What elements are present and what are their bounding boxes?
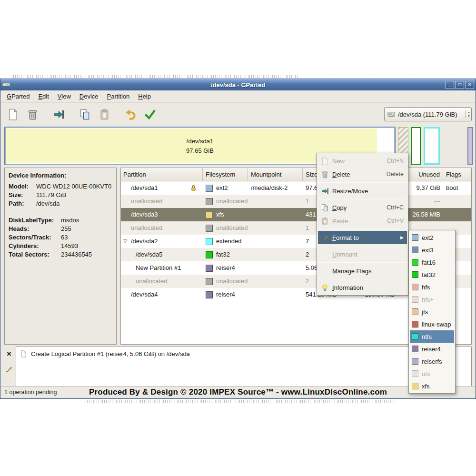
expander-icon[interactable]: ▽ bbox=[123, 235, 131, 248]
fs-swatch bbox=[206, 198, 213, 205]
visual-partition-sda5[interactable] bbox=[411, 127, 421, 165]
device-selector-spinner[interactable]: ▲ ▼ bbox=[465, 110, 470, 119]
menu-item-new[interactable]: New Ctrl+N bbox=[318, 154, 407, 168]
menu-item-delete[interactable]: Delete Delete bbox=[318, 168, 407, 181]
header-mountpoint[interactable]: Mountpoint bbox=[248, 168, 303, 181]
menu-edit[interactable]: Edit bbox=[34, 90, 53, 102]
device-cylinders: 14593 bbox=[61, 242, 78, 249]
format-option-reiserfs[interactable]: reiserfs bbox=[410, 355, 454, 367]
visual-partition-sda4[interactable] bbox=[467, 127, 473, 165]
operation-document-icon bbox=[20, 350, 27, 357]
device-selector-value: /dev/sda (111.79 GiB) bbox=[398, 111, 464, 118]
menu-device[interactable]: Device bbox=[75, 90, 103, 102]
device-model: WDC WD12 00UE-00KVT0 bbox=[36, 183, 111, 190]
menu-item-copy[interactable]: Copy Ctrl+C bbox=[318, 201, 407, 214]
table-row-sda1[interactable]: /dev/sda1 ext2 /media/disk-2 97.65 GiB 9… bbox=[121, 181, 471, 195]
disk-icon bbox=[387, 110, 396, 119]
menu-item-resize-move[interactable]: Resize/Move bbox=[318, 184, 407, 198]
fs-swatch bbox=[412, 333, 418, 340]
format-option-fat32[interactable]: fat32 bbox=[410, 268, 454, 281]
menu-gparted[interactable]: GParted bbox=[2, 90, 34, 102]
header-filesystem[interactable]: Filesystem bbox=[203, 168, 248, 181]
spin-down-icon: ▼ bbox=[467, 114, 470, 118]
menu-separator bbox=[318, 262, 407, 263]
undo-button[interactable] bbox=[122, 106, 139, 123]
titlebar[interactable]: /dev/sda - GParted _ □ ✕ bbox=[0, 79, 476, 90]
format-to-submenu: ext2 ext3 fat16 fat32 hfs hfs+ jfs linux… bbox=[408, 230, 456, 394]
device-path: /dev/sda bbox=[36, 200, 60, 207]
spin-up-icon: ▲ bbox=[467, 110, 470, 114]
format-option-linux-swap[interactable]: linux-swap bbox=[410, 318, 454, 330]
visual-partition-extended[interactable] bbox=[424, 127, 440, 165]
lock-icon bbox=[190, 184, 197, 192]
device-selector[interactable]: /dev/sda (111.79 GiB) ▲ ▼ bbox=[384, 107, 472, 121]
new-partition-button[interactable] bbox=[4, 106, 21, 123]
menu-separator bbox=[318, 199, 407, 199]
menu-help[interactable]: Help bbox=[134, 90, 155, 102]
fs-swatch bbox=[206, 291, 213, 298]
menu-view[interactable]: View bbox=[53, 90, 75, 102]
menubar: GParted Edit View Device Partition Help bbox=[0, 90, 476, 103]
menu-separator bbox=[318, 182, 407, 183]
menu-separator bbox=[318, 229, 407, 229]
table-row-unallocated-1[interactable]: unallocated unallocated 1 --- bbox=[121, 195, 471, 208]
trash-icon bbox=[27, 109, 39, 120]
table-row-sda3-selected[interactable]: /dev/sda3 xfs 431 26.58 MiB bbox=[121, 208, 471, 221]
header-flags[interactable]: Flags bbox=[443, 168, 471, 181]
delete-partition-button[interactable] bbox=[24, 106, 41, 123]
format-option-hfs-plus[interactable]: hfs+ bbox=[410, 293, 454, 306]
remove-operation-icon: ✕ bbox=[7, 350, 12, 357]
close-button[interactable]: ✕ bbox=[466, 81, 474, 89]
format-option-ufs[interactable]: ufs bbox=[410, 367, 454, 380]
format-option-hfs[interactable]: hfs bbox=[410, 281, 454, 293]
format-option-reiser4[interactable]: reiser4 bbox=[410, 343, 454, 355]
device-total-sectors: 234436545 bbox=[61, 251, 92, 258]
apply-button[interactable] bbox=[141, 106, 159, 123]
operation-item[interactable]: Create Logical Partition #1 (reiser4, 5.… bbox=[20, 350, 467, 357]
resize-move-button[interactable] bbox=[50, 106, 67, 123]
pending-operations-panel: ✕ Create Logical Partition #1 (reiser4, … bbox=[4, 347, 472, 387]
minimize-button[interactable]: _ bbox=[446, 81, 454, 89]
device-info-title: Device Information: bbox=[9, 172, 113, 179]
menu-item-unmount[interactable]: Unmount bbox=[318, 248, 407, 261]
menu-item-paste[interactable]: Paste Ctrl+V bbox=[318, 214, 407, 228]
paste-button[interactable] bbox=[96, 106, 113, 123]
menu-item-format-to[interactable]: Format to ▶ bbox=[318, 231, 407, 244]
gparted-window: /dev/sda - GParted _ □ ✕ GParted Edit Vi… bbox=[0, 79, 476, 399]
resize-move-icon bbox=[53, 109, 65, 120]
trash-icon bbox=[321, 170, 329, 178]
menu-item-manage-flags[interactable]: Manage Flags bbox=[318, 264, 407, 278]
fs-swatch bbox=[206, 265, 213, 272]
brush-icon bbox=[5, 365, 13, 373]
format-option-ext3[interactable]: ext3 bbox=[410, 244, 454, 256]
device-sectors-track: 63 bbox=[61, 234, 68, 241]
device-disklabeltype: msdos bbox=[61, 217, 79, 224]
format-option-ext2[interactable]: ext2 bbox=[410, 231, 454, 244]
menu-separator bbox=[318, 279, 407, 279]
menu-separator bbox=[318, 246, 407, 246]
partition-context-menu: New Ctrl+N Delete Delete Resize/Move Cop… bbox=[317, 153, 408, 296]
fs-swatch bbox=[412, 370, 418, 377]
fs-swatch bbox=[412, 247, 418, 253]
format-option-ntfs[interactable]: ntfs bbox=[410, 330, 454, 343]
header-partition[interactable]: Partition bbox=[121, 168, 203, 181]
copy-icon bbox=[79, 109, 91, 120]
menu-partition[interactable]: Partition bbox=[103, 90, 134, 102]
fs-swatch bbox=[412, 358, 418, 365]
fs-swatch bbox=[206, 251, 213, 258]
maximize-button[interactable]: □ bbox=[456, 81, 464, 89]
fs-swatch bbox=[412, 321, 418, 327]
format-option-jfs[interactable]: jfs bbox=[410, 306, 454, 318]
fs-swatch bbox=[206, 238, 213, 245]
fs-swatch bbox=[206, 211, 213, 218]
operation-text: Create Logical Partition #1 (reiser4, 5.… bbox=[31, 350, 190, 357]
format-option-fat16[interactable]: fat16 bbox=[410, 256, 454, 268]
menu-item-information[interactable]: Information bbox=[318, 281, 407, 294]
fs-swatch bbox=[412, 284, 418, 290]
fs-swatch bbox=[412, 296, 418, 303]
screenshot-stage: /dev/sda - GParted _ □ ✕ GParted Edit Vi… bbox=[0, 0, 476, 476]
toolbar: /dev/sda (111.79 GiB) ▲ ▼ bbox=[0, 103, 476, 126]
copy-icon bbox=[321, 204, 329, 212]
copy-button[interactable] bbox=[76, 106, 93, 123]
fs-swatch bbox=[412, 346, 418, 352]
